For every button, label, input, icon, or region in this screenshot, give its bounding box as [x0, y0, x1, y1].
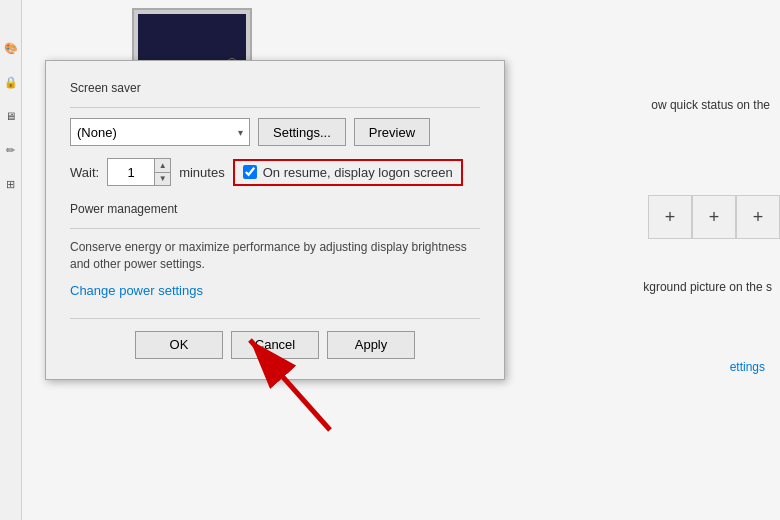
- section-divider-2: [70, 228, 480, 229]
- lock-icon: 🔒: [3, 74, 19, 90]
- wait-input[interactable]: [115, 165, 147, 180]
- resume-checkbox-container: On resume, display logon screen: [233, 159, 463, 186]
- apply-button[interactable]: Apply: [327, 331, 415, 359]
- power-management-section: Power management Conserve energy or maxi…: [70, 202, 480, 298]
- paint-icon: 🎨: [3, 40, 19, 56]
- spinner-down-button[interactable]: ▼: [155, 173, 170, 186]
- wait-label: Wait:: [70, 165, 99, 180]
- spinner-arrows: ▲ ▼: [155, 158, 171, 186]
- screen-saver-dialog: Screen saver (None) ▾ Settings... Previe…: [45, 60, 505, 380]
- resume-checkbox-label: On resume, display logon screen: [263, 165, 453, 180]
- dropdown-arrow-icon: ▾: [238, 127, 243, 138]
- screensaver-controls-row: (None) ▾ Settings... Preview: [70, 118, 480, 146]
- right-panel-text1: ow quick status on the: [651, 98, 770, 112]
- screensaver-dropdown[interactable]: (None) ▾: [70, 118, 250, 146]
- sidebar-strip: 🎨 🔒 🖥 ✏ ⊞: [0, 0, 22, 520]
- right-panel-text2: kground picture on the s: [643, 280, 772, 294]
- power-section-header: Power management: [70, 202, 480, 224]
- screen-saver-label: Screen saver: [70, 81, 141, 95]
- dropdown-value: (None): [77, 125, 117, 140]
- change-power-settings-link[interactable]: Change power settings: [70, 283, 203, 298]
- dialog-buttons-row: OK Cancel Apply: [70, 318, 480, 359]
- cancel-button[interactable]: Cancel: [231, 331, 319, 359]
- power-description: Conserve energy or maximize performance …: [70, 239, 480, 273]
- edit-icon: ✏: [3, 142, 19, 158]
- right-plus-row: + + +: [648, 195, 780, 239]
- preview-button[interactable]: Preview: [354, 118, 430, 146]
- power-section-label: Power management: [70, 202, 177, 216]
- spinner-up-button[interactable]: ▲: [155, 159, 170, 173]
- settings-button[interactable]: Settings...: [258, 118, 346, 146]
- plus-button-1[interactable]: +: [648, 195, 692, 239]
- ok-button[interactable]: OK: [135, 331, 223, 359]
- screen-saver-section-header: Screen saver: [70, 81, 480, 103]
- grid-icon: ⊞: [3, 176, 19, 192]
- plus-button-2[interactable]: +: [692, 195, 736, 239]
- resume-checkbox[interactable]: [243, 165, 257, 179]
- wait-spinner[interactable]: ▲ ▼: [107, 158, 171, 186]
- wait-row: Wait: ▲ ▼ minutes On resume, display log…: [70, 158, 480, 186]
- plus-button-3[interactable]: +: [736, 195, 780, 239]
- right-panel-link[interactable]: ettings: [730, 360, 765, 374]
- monitor-icon: 🖥: [3, 108, 19, 124]
- minutes-label: minutes: [179, 165, 225, 180]
- wait-input-container: [107, 158, 155, 186]
- section-divider-1: [70, 107, 480, 108]
